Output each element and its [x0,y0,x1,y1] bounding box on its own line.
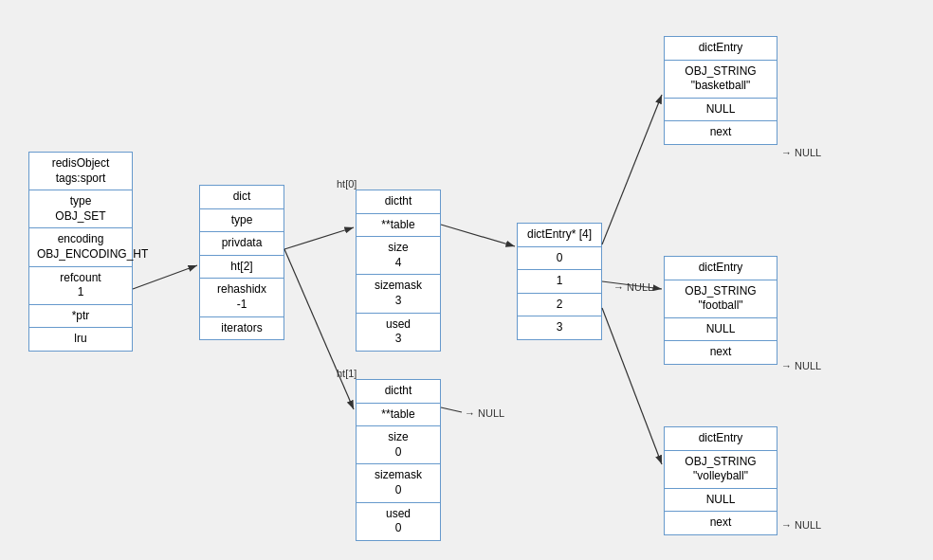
dictht1-size: size0 [357,426,440,464]
dict-type: type [200,209,284,233]
dictht1-used: used0 [357,503,440,540]
redis-object-ptr: *ptr [29,305,132,329]
dictht0-box: dictht **table size4 sizemask3 used3 [356,190,441,352]
dictentry-volleyball-header: dictEntry [665,427,777,451]
dictentry-volleyball-box: dictEntry OBJ_STRING"volleyball" NULL ne… [664,426,778,535]
dictentry-basketball-null: NULL [665,99,777,122]
svg-line-4 [441,225,515,246]
dict-header: dict [200,186,284,209]
ht1-label: ht[1] [337,368,357,379]
null-football-next: → NULL [781,360,821,371]
svg-line-8 [441,407,462,412]
dictentry-basketball-value: OBJ_STRING"basketball" [665,61,777,99]
null-ht1-table: → NULL [465,407,504,419]
svg-line-3 [284,249,354,409]
dictht0-sizemask: sizemask3 [357,275,440,313]
dictentry-array-header: dictEntry* [4] [518,224,601,247]
dictentry-basketball-header: dictEntry [665,37,777,61]
redis-object-type: typeOBJ_SET [29,190,132,228]
dictentry-array-3: 3 [518,316,601,339]
dictht1-table: **table [357,404,440,427]
dict-rehashidx: rehashidx-1 [200,279,284,316]
redis-object-header: redisObjecttags:sport [29,153,132,190]
dictentry-football-next: next [665,341,777,364]
dictentry-volleyball-next: next [665,512,777,534]
dictht1-sizemask: sizemask0 [357,464,440,502]
dictht0-header: dictht [357,190,440,214]
null-array-1: → NULL [613,281,653,293]
dictht0-used: used3 [357,314,440,351]
diagram-container: redisObjecttags:sport typeOBJ_SET encodi… [0,0,933,560]
svg-line-7 [602,308,662,464]
svg-line-5 [602,95,662,244]
dictentry-basketball-box: dictEntry OBJ_STRING"basketball" NULL ne… [664,36,778,145]
dictht1-box: dictht **table size0 sizemask0 used0 [356,379,441,541]
dict-box: dict type privdata ht[2] rehashidx-1 ite… [199,185,284,340]
redis-object-encoding: encodingOBJ_ENCODING_HT [29,228,132,266]
redis-object-lru: lru [29,328,132,351]
dictht1-header: dictht [357,380,440,404]
svg-line-2 [284,227,354,249]
redis-object-box: redisObjecttags:sport typeOBJ_SET encodi… [28,152,133,352]
dictht0-size: size4 [357,237,440,275]
dictentry-football-null: NULL [665,318,777,342]
arrows-svg [0,0,933,560]
null-volleyball-next: → NULL [781,519,821,531]
dictentry-array-box: dictEntry* [4] 0 1 2 3 [517,223,602,340]
redis-object-refcount: refcount1 [29,267,132,305]
null-basketball-next: → NULL [781,147,821,158]
dict-ht2: ht[2] [200,256,284,280]
svg-line-1 [133,265,197,289]
dictentry-volleyball-null: NULL [665,489,777,513]
dict-iterators: iterators [200,317,284,340]
dictht0-table: **table [357,214,440,238]
dictentry-volleyball-value: OBJ_STRING"volleyball" [665,451,777,489]
ht0-label: ht[0] [337,178,357,190]
dictentry-basketball-next: next [665,121,777,144]
dictentry-football-header: dictEntry [665,257,777,280]
dictentry-football-box: dictEntry OBJ_STRING"football" NULL next [664,256,778,365]
dict-privdata: privdata [200,232,284,256]
dictentry-array-1: 1 [518,270,601,294]
dictentry-array-2: 2 [518,294,601,317]
dictentry-array-0: 0 [518,247,601,271]
dictentry-football-value: OBJ_STRING"football" [665,280,777,318]
